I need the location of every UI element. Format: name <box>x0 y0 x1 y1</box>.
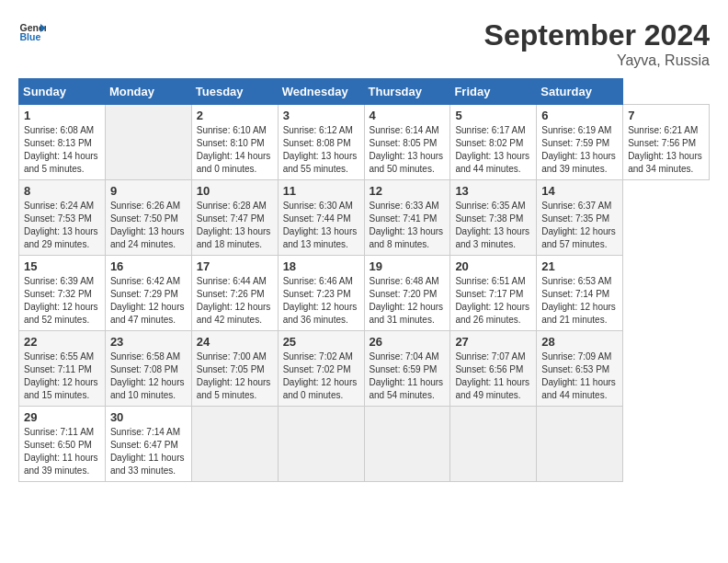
table-row: 5 Sunrise: 6:17 AMSunset: 8:02 PMDayligh… <box>450 105 537 180</box>
day-number: 27 <box>455 335 531 349</box>
day-detail: Sunrise: 7:09 AMSunset: 6:53 PMDaylight:… <box>541 350 618 402</box>
table-row <box>364 407 450 482</box>
day-number: 29 <box>24 410 100 424</box>
table-row: 21 Sunrise: 6:53 AMSunset: 7:14 PMDaylig… <box>537 256 623 331</box>
day-number: 18 <box>283 259 359 273</box>
day-number: 24 <box>197 335 273 349</box>
day-detail: Sunrise: 7:14 AMSunset: 6:47 PMDaylight:… <box>110 426 187 477</box>
calendar-row: 22 Sunrise: 6:55 AMSunset: 7:11 PMDaylig… <box>19 331 710 407</box>
day-detail: Sunrise: 6:55 AMSunset: 7:11 PMDaylight:… <box>24 350 100 402</box>
col-friday: Friday <box>450 79 537 105</box>
col-thursday: Thursday <box>364 79 450 105</box>
day-detail: Sunrise: 6:19 AMSunset: 7:59 PMDaylight:… <box>541 124 618 176</box>
day-number: 11 <box>283 184 359 198</box>
table-row: 29 Sunrise: 7:11 AMSunset: 6:50 PMDaylig… <box>19 407 106 482</box>
table-row: 2 Sunrise: 6:10 AMSunset: 8:10 PMDayligh… <box>191 105 278 180</box>
day-detail: Sunrise: 6:24 AMSunset: 7:53 PMDaylight:… <box>24 200 100 251</box>
header-row: Sunday Monday Tuesday Wednesday Thursday… <box>19 79 710 105</box>
table-row: 17 Sunrise: 6:44 AMSunset: 7:26 PMDaylig… <box>191 256 278 331</box>
location: Yayva, Russia <box>484 52 710 69</box>
day-detail: Sunrise: 6:33 AMSunset: 7:41 PMDaylight:… <box>370 200 446 251</box>
table-row: 4 Sunrise: 6:14 AMSunset: 8:05 PMDayligh… <box>364 105 450 180</box>
day-number: 12 <box>370 184 446 198</box>
day-detail: Sunrise: 6:21 AMSunset: 7:56 PMDaylight:… <box>628 124 704 176</box>
col-tuesday: Tuesday <box>191 79 278 105</box>
table-row: 1 Sunrise: 6:08 AMSunset: 8:13 PMDayligh… <box>19 105 106 180</box>
day-detail: Sunrise: 6:58 AMSunset: 7:08 PMDaylight:… <box>110 350 187 402</box>
table-row: 26 Sunrise: 7:04 AMSunset: 6:59 PMDaylig… <box>364 331 450 407</box>
table-row: 20 Sunrise: 6:51 AMSunset: 7:17 PMDaylig… <box>450 256 537 331</box>
day-number: 2 <box>197 109 273 122</box>
day-number: 7 <box>628 109 704 122</box>
svg-text:Blue: Blue <box>20 31 41 42</box>
logo: General Blue <box>18 18 46 46</box>
calendar-table: Sunday Monday Tuesday Wednesday Thursday… <box>18 78 710 482</box>
day-number: 20 <box>455 259 531 273</box>
day-number: 17 <box>197 259 273 273</box>
day-number: 14 <box>541 184 618 198</box>
table-row: 22 Sunrise: 6:55 AMSunset: 7:11 PMDaylig… <box>19 331 106 407</box>
day-detail: Sunrise: 6:14 AMSunset: 8:05 PMDaylight:… <box>370 124 446 176</box>
day-number: 16 <box>110 259 187 273</box>
day-detail: Sunrise: 6:35 AMSunset: 7:38 PMDaylight:… <box>455 200 531 251</box>
table-row: 13 Sunrise: 6:35 AMSunset: 7:38 PMDaylig… <box>450 180 537 256</box>
month-title: September 2024 <box>484 18 710 52</box>
table-row <box>105 105 191 180</box>
table-row: 12 Sunrise: 6:33 AMSunset: 7:41 PMDaylig… <box>364 180 450 256</box>
col-sunday: Sunday <box>19 79 106 105</box>
day-detail: Sunrise: 6:17 AMSunset: 8:02 PMDaylight:… <box>455 124 531 176</box>
day-detail: Sunrise: 6:53 AMSunset: 7:14 PMDaylight:… <box>541 275 618 327</box>
day-number: 22 <box>24 335 100 349</box>
day-detail: Sunrise: 7:04 AMSunset: 6:59 PMDaylight:… <box>370 350 446 402</box>
day-number: 15 <box>24 259 100 273</box>
day-detail: Sunrise: 7:00 AMSunset: 7:05 PMDaylight:… <box>197 350 273 402</box>
day-number: 8 <box>24 184 100 198</box>
day-number: 10 <box>197 184 273 198</box>
day-number: 30 <box>110 410 187 424</box>
table-row <box>537 407 623 482</box>
day-detail: Sunrise: 6:48 AMSunset: 7:20 PMDaylight:… <box>370 275 446 327</box>
table-row: 16 Sunrise: 6:42 AMSunset: 7:29 PMDaylig… <box>105 256 191 331</box>
table-row <box>450 407 537 482</box>
day-detail: Sunrise: 6:12 AMSunset: 8:08 PMDaylight:… <box>283 124 359 176</box>
day-number: 23 <box>110 335 187 349</box>
day-number: 3 <box>283 109 359 122</box>
table-row: 18 Sunrise: 6:46 AMSunset: 7:23 PMDaylig… <box>278 256 364 331</box>
day-detail: Sunrise: 6:28 AMSunset: 7:47 PMDaylight:… <box>197 200 273 251</box>
day-number: 13 <box>455 184 531 198</box>
calendar-row: 1 Sunrise: 6:08 AMSunset: 8:13 PMDayligh… <box>19 105 710 180</box>
table-row: 6 Sunrise: 6:19 AMSunset: 7:59 PMDayligh… <box>537 105 623 180</box>
table-row: 10 Sunrise: 6:28 AMSunset: 7:47 PMDaylig… <box>191 180 278 256</box>
day-detail: Sunrise: 6:46 AMSunset: 7:23 PMDaylight:… <box>283 275 359 327</box>
table-row: 7 Sunrise: 6:21 AMSunset: 7:56 PMDayligh… <box>623 105 710 180</box>
table-row: 3 Sunrise: 6:12 AMSunset: 8:08 PMDayligh… <box>278 105 364 180</box>
table-row: 28 Sunrise: 7:09 AMSunset: 6:53 PMDaylig… <box>537 331 623 407</box>
table-row: 14 Sunrise: 6:37 AMSunset: 7:35 PMDaylig… <box>537 180 623 256</box>
day-number: 6 <box>541 109 618 122</box>
day-number: 4 <box>370 109 446 122</box>
day-detail: Sunrise: 7:07 AMSunset: 6:56 PMDaylight:… <box>455 350 531 402</box>
day-number: 26 <box>370 335 446 349</box>
table-row: 9 Sunrise: 6:26 AMSunset: 7:50 PMDayligh… <box>105 180 191 256</box>
col-wednesday: Wednesday <box>278 79 364 105</box>
page-header: General Blue September 2024 Yayva, Russi… <box>18 18 710 69</box>
table-row: 15 Sunrise: 6:39 AMSunset: 7:32 PMDaylig… <box>19 256 106 331</box>
day-detail: Sunrise: 7:02 AMSunset: 7:02 PMDaylight:… <box>283 350 359 402</box>
table-row: 24 Sunrise: 7:00 AMSunset: 7:05 PMDaylig… <box>191 331 278 407</box>
logo-icon: General Blue <box>18 18 46 46</box>
day-detail: Sunrise: 6:08 AMSunset: 8:13 PMDaylight:… <box>24 124 100 176</box>
table-row: 27 Sunrise: 7:07 AMSunset: 6:56 PMDaylig… <box>450 331 537 407</box>
table-row: 8 Sunrise: 6:24 AMSunset: 7:53 PMDayligh… <box>19 180 106 256</box>
table-row: 23 Sunrise: 6:58 AMSunset: 7:08 PMDaylig… <box>105 331 191 407</box>
table-row <box>278 407 364 482</box>
day-detail: Sunrise: 6:10 AMSunset: 8:10 PMDaylight:… <box>197 124 273 176</box>
day-number: 1 <box>24 109 100 122</box>
day-detail: Sunrise: 6:30 AMSunset: 7:44 PMDaylight:… <box>283 200 359 251</box>
day-number: 28 <box>541 335 618 349</box>
day-detail: Sunrise: 6:37 AMSunset: 7:35 PMDaylight:… <box>541 200 618 251</box>
day-number: 9 <box>110 184 187 198</box>
col-saturday: Saturday <box>537 79 623 105</box>
day-detail: Sunrise: 7:11 AMSunset: 6:50 PMDaylight:… <box>24 426 100 477</box>
day-number: 25 <box>283 335 359 349</box>
day-number: 5 <box>455 109 531 122</box>
